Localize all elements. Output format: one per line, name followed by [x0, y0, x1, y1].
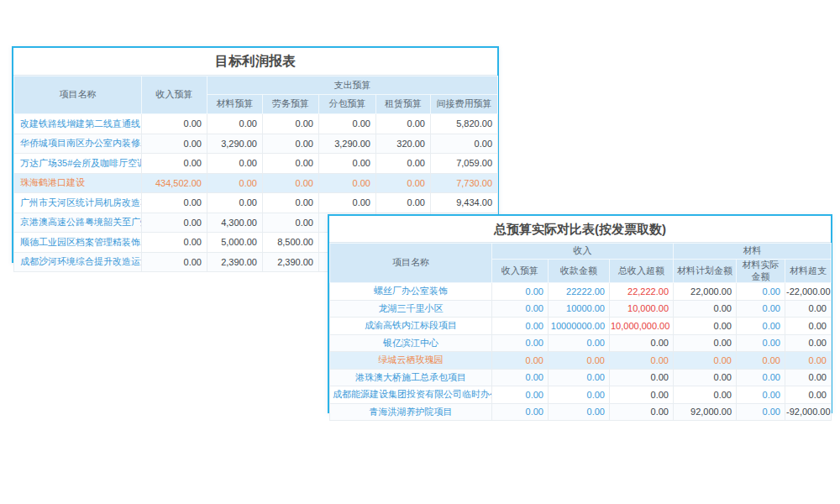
material-budget-cell: 5,000.00 — [207, 233, 263, 253]
project-name-link[interactable]: 银亿滨江中心 — [330, 334, 492, 352]
col-header-material-plan: 材料计划金额 — [674, 260, 737, 283]
income-budget-cell: 0.00 — [142, 252, 207, 272]
table-row[interactable]: 成渝高铁内江标段项目0.0010000000.0010,000,000.000.… — [330, 318, 832, 335]
material-budget-cell: 0.00 — [207, 173, 263, 193]
income-over-cell: 0.00 — [610, 403, 674, 421]
subcontract-budget-cell: 0.00 — [319, 114, 376, 134]
table-row[interactable]: 华侨城项目南区办公室内装修工程0.003,290.000.003,290.003… — [14, 134, 498, 154]
indirect-budget-cell: 0.00 — [431, 134, 498, 154]
project-name-link[interactable]: 华侨城项目南区办公室内装修工程 — [14, 134, 142, 154]
project-name-link[interactable]: 万达广场35#会所及咖啡厅空调安 — [14, 154, 142, 174]
labor-budget-cell: 0.00 — [263, 134, 319, 154]
table-row[interactable]: 成都能源建设集团投资有限公司临时办公场所装修工0.000.000.000.000… — [330, 386, 832, 404]
labor-budget-cell: 2,390.00 — [263, 252, 319, 272]
material-plan-cell: 22,000.00 — [674, 283, 737, 301]
project-name-link[interactable]: 京港澳高速公路粤境韶关至广州互 — [14, 213, 142, 233]
project-name-link[interactable]: 成渝高铁内江标段项目 — [330, 318, 492, 335]
income-budget-cell: 0.00 — [142, 233, 207, 253]
labor-budget-cell: 0.00 — [263, 193, 319, 213]
project-name-link[interactable]: 螺丝厂办公室装饰 — [330, 283, 492, 301]
subcontract-budget-cell: 0.00 — [319, 154, 376, 174]
received-amount-link[interactable]: 0.00 — [549, 403, 610, 421]
table-row[interactable]: 绿城云栖玫瑰园0.000.000.000.000.000.00 — [330, 352, 832, 370]
income-budget-cell[interactable]: 0.00 — [492, 334, 549, 352]
material-actual-link[interactable]: 0.00 — [737, 334, 785, 352]
income-budget-cell: 0.00 — [142, 134, 207, 154]
income-budget-cell[interactable]: 0.00 — [492, 318, 549, 335]
received-amount-link[interactable]: 22222.00 — [549, 283, 610, 301]
received-amount-link[interactable]: 10000000.00 — [549, 318, 610, 335]
material-plan-cell: 0.00 — [674, 352, 737, 370]
material-actual-link[interactable]: 0.00 — [737, 300, 785, 318]
screen: 目标利润报表 项目名称 收入预算 支出预算 材料预算 劳务预算 分包预算 租赁预… — [0, 0, 840, 504]
material-over-cell: -92,000.00 — [785, 403, 832, 421]
table-row[interactable]: 龙湖三千里小区0.0010000.0010,000.000.000.000.00 — [330, 300, 832, 318]
project-name-link[interactable]: 成都能源建设集团投资有限公司临时办公场所装修工 — [330, 386, 492, 404]
received-amount-link[interactable]: 10000.00 — [549, 300, 610, 318]
project-name-link[interactable]: 龙湖三千里小区 — [330, 300, 492, 318]
table-row[interactable]: 万达广场35#会所及咖啡厅空调安0.000.000.000.000.007,05… — [14, 154, 498, 174]
material-actual-link[interactable]: 0.00 — [737, 352, 785, 370]
col-header-income-budget: 收入预算 — [142, 76, 207, 114]
material-actual-link[interactable]: 0.00 — [737, 403, 785, 421]
table-row[interactable]: 广州市天河区统计局机房改造项目0.000.000.000.000.009,434… — [14, 193, 498, 213]
table-row[interactable]: 银亿滨江中心0.000.000.000.000.000.00 — [330, 334, 832, 352]
col-header-project: 项目名称 — [14, 76, 142, 114]
project-name-link[interactable]: 顺德工业园区档案管理精装饰工程 — [14, 233, 142, 253]
project-name-link[interactable]: 绿城云栖玫瑰园 — [330, 352, 492, 370]
material-actual-link[interactable]: 0.00 — [737, 318, 785, 335]
project-name-link[interactable]: 珠海鹤港口建设 — [14, 173, 142, 193]
table-row[interactable]: 珠海鹤港口建设434,502.000.000.000.000.007,730.0… — [14, 173, 498, 193]
income-budget-cell[interactable]: 0.00 — [492, 283, 549, 301]
col-header-received-amount: 收款金额 — [549, 260, 610, 283]
material-budget-cell: 0.00 — [207, 114, 263, 134]
table-row[interactable]: 改建铁路线增建第二线直通线（成0.000.000.000.000.005,820… — [14, 114, 498, 134]
lease-budget-cell: 0.00 — [376, 173, 431, 193]
lease-budget-cell: 320.00 — [376, 134, 431, 154]
material-actual-link[interactable]: 0.00 — [737, 369, 785, 386]
project-name-link[interactable]: 青海洪湖养护院项目 — [330, 403, 492, 421]
table-row[interactable]: 港珠澳大桥施工总承包项目0.000.000.000.000.000.00 — [330, 369, 832, 386]
material-over-cell: 0.00 — [785, 300, 832, 318]
material-budget-cell: 4,300.00 — [207, 213, 263, 233]
income-budget-cell[interactable]: 0.00 — [492, 403, 549, 421]
project-name-link[interactable]: 改建铁路线增建第二线直通线（成 — [14, 114, 142, 134]
income-budget-cell: 0.00 — [142, 213, 207, 233]
table-row[interactable]: 螺丝厂办公室装饰0.0022222.0022,222.0022,000.000.… — [330, 283, 832, 301]
project-name-link[interactable]: 港珠澳大桥施工总承包项目 — [330, 369, 492, 386]
material-over-cell: 0.00 — [785, 318, 832, 335]
received-amount-link[interactable]: 0.00 — [549, 369, 610, 386]
project-name-link[interactable]: 广州市天河区统计局机房改造项目 — [14, 193, 142, 213]
col-header-income-over: 总收入超额 — [610, 260, 674, 283]
income-over-cell: 10,000,000.00 — [610, 318, 674, 335]
income-over-cell: 0.00 — [610, 334, 674, 352]
income-budget-cell[interactable]: 0.00 — [492, 386, 549, 404]
col-header-material-budget: 材料预算 — [207, 95, 263, 114]
income-over-cell: 0.00 — [610, 369, 674, 386]
material-plan-cell: 92,000.00 — [674, 403, 737, 421]
income-budget-cell[interactable]: 0.00 — [492, 369, 549, 386]
col-header-material-actual: 材料实际金额 — [737, 260, 785, 283]
indirect-budget-cell: 7,730.00 — [431, 173, 498, 193]
material-over-cell: 0.00 — [785, 334, 832, 352]
lease-budget-cell: 0.00 — [376, 193, 431, 213]
material-budget-cell: 0.00 — [207, 154, 263, 174]
material-actual-link[interactable]: 0.00 — [737, 283, 785, 301]
income-budget-cell[interactable]: 0.00 — [492, 300, 549, 318]
material-budget-cell: 0.00 — [207, 193, 263, 213]
received-amount-link[interactable]: 0.00 — [549, 386, 610, 404]
income-over-cell: 0.00 — [610, 386, 674, 404]
income-budget-cell[interactable]: 0.00 — [492, 352, 549, 370]
labor-budget-cell: 0.00 — [263, 173, 319, 193]
material-over-cell: 0.00 — [785, 369, 832, 386]
subcontract-budget-cell: 3,290.00 — [319, 134, 376, 154]
table-row[interactable]: 青海洪湖养护院项目0.000.000.0092,000.000.00-92,00… — [330, 403, 832, 421]
budget-actual-table: 项目名称 收入 材料 收入预算 收款金额 总收入超额 材料计划金额 材料实际金额… — [329, 243, 832, 421]
material-actual-link[interactable]: 0.00 — [737, 386, 785, 404]
project-name-link[interactable]: 成都沙河环境综合提升改造运河拆 — [14, 252, 142, 272]
labor-budget-cell: 0.00 — [263, 154, 319, 174]
material-plan-cell: 0.00 — [674, 318, 737, 335]
received-amount-link[interactable]: 0.00 — [549, 334, 610, 352]
received-amount-link[interactable]: 0.00 — [549, 352, 610, 370]
indirect-budget-cell: 7,059.00 — [431, 154, 498, 174]
